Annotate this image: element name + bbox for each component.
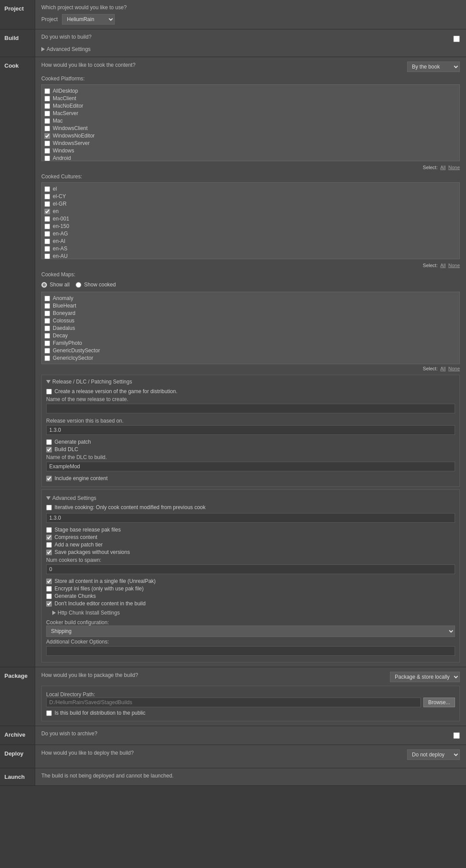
culture-checkbox[interactable] xyxy=(44,186,50,192)
cook-method-select[interactable]: By the book xyxy=(407,61,460,72)
platform-checkbox[interactable] xyxy=(44,88,50,94)
map-item[interactable]: Decay xyxy=(44,333,457,339)
build-advanced-toggle[interactable]: Advanced Settings xyxy=(41,46,460,52)
iterative-checkbox[interactable] xyxy=(46,505,52,510)
platform-checkbox[interactable] xyxy=(44,118,50,124)
map-item[interactable]: FamilyPhoto xyxy=(44,340,457,346)
map-item[interactable]: GenericDustySector xyxy=(44,347,457,354)
culture-item[interactable]: el-GR xyxy=(44,201,457,207)
based-on-input[interactable] xyxy=(46,425,455,435)
encrypt-ini-checkbox[interactable] xyxy=(46,586,52,592)
maps-show-cooked-radio-label[interactable]: Show cooked xyxy=(76,282,116,288)
culture-checkbox[interactable] xyxy=(44,209,50,214)
culture-checkbox[interactable] xyxy=(44,246,50,252)
culture-item[interactable]: en-150 xyxy=(44,223,457,229)
platform-item[interactable]: AllDesktop xyxy=(44,88,457,94)
culture-item[interactable]: en-AI xyxy=(44,238,457,244)
project-select[interactable]: HeliumRain xyxy=(62,14,115,25)
culture-item[interactable]: el-CY xyxy=(44,193,457,199)
maps-show-cooked-radio[interactable] xyxy=(76,282,81,288)
http-chunk-toggle[interactable]: Http Chunk Install Settings xyxy=(52,608,455,618)
map-checkbox[interactable] xyxy=(44,355,50,361)
iterative-row[interactable]: Iterative cooking: Only cook content mod… xyxy=(46,504,455,510)
compress-row[interactable]: Compress content xyxy=(46,534,455,540)
cultures-select-none[interactable]: None xyxy=(448,263,460,268)
map-checkbox[interactable] xyxy=(44,303,50,309)
map-checkbox[interactable] xyxy=(44,326,50,331)
culture-item[interactable]: el xyxy=(44,186,457,192)
platform-checkbox[interactable] xyxy=(44,96,50,101)
map-item[interactable]: Colossus xyxy=(44,318,457,324)
build-dlc-checkbox[interactable] xyxy=(46,447,52,452)
additional-options-input[interactable] xyxy=(46,646,455,656)
add-patch-tier-checkbox[interactable] xyxy=(46,542,52,548)
culture-checkbox[interactable] xyxy=(44,201,50,207)
browse-button[interactable]: Browse... xyxy=(423,698,455,707)
platforms-select-all[interactable]: All xyxy=(440,165,445,170)
generate-patch-checkbox[interactable] xyxy=(46,439,52,445)
generate-patch-row[interactable]: Generate patch xyxy=(46,439,455,445)
platform-checkbox[interactable] xyxy=(44,126,50,131)
generate-chunks-row[interactable]: Generate Chunks xyxy=(46,593,455,599)
culture-checkbox[interactable] xyxy=(44,253,50,259)
advanced-cook-toggle[interactable]: Advanced Settings xyxy=(46,493,455,503)
culture-checkbox[interactable] xyxy=(44,216,50,222)
map-item[interactable]: Daedalus xyxy=(44,325,457,331)
create-release-row[interactable]: Create a release version of the game for… xyxy=(46,388,455,394)
maps-show-all-radio[interactable] xyxy=(41,282,47,288)
platform-checkbox[interactable] xyxy=(44,148,50,154)
platforms-scroll-box[interactable]: AllDesktopMacClientMacNoEditorMacServerM… xyxy=(41,84,460,161)
dont-include-checkbox[interactable] xyxy=(46,601,52,607)
dont-include-row[interactable]: Don't Include editor content in the buil… xyxy=(46,600,455,607)
distribution-row[interactable]: Is this build for distribution to the pu… xyxy=(46,710,455,716)
map-item[interactable]: Boneyard xyxy=(44,310,457,316)
platform-checkbox[interactable] xyxy=(44,156,50,161)
cultures-scroll-box[interactable]: elel-CYel-GRenen-001en-150en-AGen-AIen-A… xyxy=(41,182,460,259)
culture-item[interactable]: en-001 xyxy=(44,216,457,222)
encrypt-ini-row[interactable]: Encrypt ini files (only with use pak fil… xyxy=(46,586,455,592)
dir-path-input[interactable] xyxy=(46,698,421,707)
platform-item[interactable]: Android xyxy=(44,155,457,161)
map-item[interactable]: GenericIcySector xyxy=(44,355,457,361)
cultures-select-all[interactable]: All xyxy=(440,263,445,268)
platform-checkbox[interactable] xyxy=(44,133,50,139)
map-checkbox[interactable] xyxy=(44,311,50,316)
maps-select-all[interactable]: All xyxy=(440,366,445,371)
platform-item[interactable]: Mac xyxy=(44,118,457,124)
platform-item[interactable]: MacClient xyxy=(44,95,457,101)
build-dlc-row[interactable]: Build DLC xyxy=(46,446,455,452)
maps-show-all-radio-label[interactable]: Show all xyxy=(41,282,69,288)
map-checkbox[interactable] xyxy=(44,318,50,324)
maps-scroll-box[interactable]: AnomalyBlueHeartBoneyardColossusDaedalus… xyxy=(41,292,460,364)
save-packages-checkbox[interactable] xyxy=(46,550,52,555)
platform-checkbox[interactable] xyxy=(44,103,50,109)
culture-item[interactable]: en-AG xyxy=(44,231,457,237)
archive-checkbox[interactable] xyxy=(453,732,460,739)
platform-item[interactable]: MacNoEditor xyxy=(44,103,457,109)
map-checkbox[interactable] xyxy=(44,348,50,354)
platform-item[interactable]: WindowsClient xyxy=(44,125,457,131)
store-all-row[interactable]: Store all content in a single file (Unre… xyxy=(46,578,455,584)
culture-checkbox[interactable] xyxy=(44,224,50,229)
create-release-checkbox[interactable] xyxy=(46,389,52,394)
map-item[interactable]: BlueHeart xyxy=(44,303,457,309)
platform-item[interactable]: MacServer xyxy=(44,110,457,116)
iterative-version-input[interactable] xyxy=(46,513,455,523)
include-engine-checkbox[interactable] xyxy=(46,476,52,481)
map-item[interactable]: Anomaly xyxy=(44,295,457,301)
deploy-method-select[interactable]: Do not deploy xyxy=(407,749,460,760)
map-checkbox[interactable] xyxy=(44,333,50,339)
culture-item[interactable]: en-AU xyxy=(44,253,457,259)
culture-item[interactable]: en-AS xyxy=(44,246,457,252)
platform-item[interactable]: Windows xyxy=(44,148,457,154)
culture-item[interactable]: en xyxy=(44,208,457,214)
new-release-name-input[interactable] xyxy=(46,404,455,413)
generate-chunks-checkbox[interactable] xyxy=(46,593,52,599)
platform-item[interactable]: WindowsServer xyxy=(44,140,457,146)
maps-select-none[interactable]: None xyxy=(448,366,460,371)
build-config-select[interactable]: Shipping xyxy=(46,626,455,637)
save-packages-row[interactable]: Save packages without versions xyxy=(46,549,455,555)
map-checkbox[interactable] xyxy=(44,296,50,301)
culture-checkbox[interactable] xyxy=(44,231,50,237)
package-method-select[interactable]: Package & store locally xyxy=(390,672,460,682)
